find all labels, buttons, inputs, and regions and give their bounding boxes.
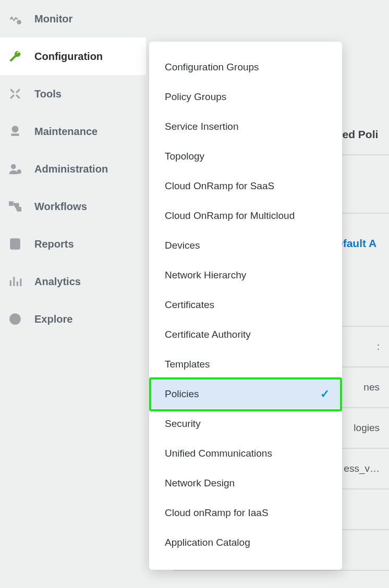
wrench-icon <box>7 48 23 64</box>
submenu-topology[interactable]: Topology <box>149 141 342 171</box>
monitor-icon <box>7 11 23 27</box>
submenu-label: Templates <box>165 359 210 370</box>
page-heading-partial: zed Poli <box>337 128 378 141</box>
submenu-label: Network Hierarchy <box>165 270 246 281</box>
submenu-cloud-onramp-saas[interactable]: Cloud OnRamp for SaaS <box>149 171 342 201</box>
cell-text: ess_v… <box>344 463 389 474</box>
nav-label: Reports <box>34 238 74 250</box>
submenu-cloud-onramp-multicloud[interactable]: Cloud OnRamp for Multicloud <box>149 201 342 230</box>
svg-point-3 <box>11 164 16 169</box>
svg-rect-5 <box>9 202 13 205</box>
submenu-devices[interactable]: Devices <box>149 230 342 260</box>
submenu-cloud-onramp-iaas[interactable]: Cloud onRamp for IaaS <box>149 498 342 528</box>
nav-configuration[interactable]: Configuration <box>0 38 146 75</box>
svg-point-2 <box>14 128 16 130</box>
nav-label: Monitor <box>34 13 72 25</box>
compass-icon <box>7 311 23 327</box>
submenu-service-insertion[interactable]: Service Insertion <box>149 112 342 141</box>
nav-workflows[interactable]: Workflows <box>0 188 146 225</box>
sidebar: Monitor Configuration Tools Maintenance … <box>0 0 146 588</box>
submenu-label: Application Catalog <box>165 537 250 548</box>
submenu-certificate-authority[interactable]: Certificate Authority <box>149 320 342 349</box>
submenu-label: Topology <box>165 151 204 162</box>
submenu-unified-communications[interactable]: Unified Communications <box>149 438 342 468</box>
svg-point-4 <box>17 170 21 174</box>
nav-label: Analytics <box>34 276 81 288</box>
submenu-label: Policies <box>165 388 199 400</box>
nav-analytics[interactable]: Analytics <box>0 263 146 300</box>
submenu-label: Cloud OnRamp for SaaS <box>165 180 274 192</box>
submenu-label: Cloud onRamp for IaaS <box>165 507 269 519</box>
nav-label: Tools <box>34 88 62 100</box>
nav-monitor[interactable]: Monitor <box>0 0 146 38</box>
submenu-application-catalog[interactable]: Application Catalog <box>149 528 342 557</box>
submenu-label: Devices <box>165 240 200 251</box>
link-partial[interactable]: efault A <box>337 237 376 250</box>
submenu-label: Certificates <box>165 299 214 311</box>
nav-label: Administration <box>34 163 108 175</box>
tools-icon <box>7 86 23 102</box>
maintenance-icon <box>7 124 23 139</box>
nav-label: Workflows <box>34 201 87 213</box>
analytics-icon <box>7 274 23 289</box>
submenu-network-design[interactable]: Network Design <box>149 468 342 498</box>
submenu-label: Network Design <box>165 477 235 489</box>
reports-icon <box>7 236 23 252</box>
nav-explore[interactable]: Explore <box>0 300 146 338</box>
nav-label: Maintenance <box>34 126 98 138</box>
submenu-label: Configuration Groups <box>165 62 259 73</box>
svg-point-0 <box>17 20 21 24</box>
submenu-label: Certificate Authority <box>165 329 251 340</box>
nav-administration[interactable]: Administration <box>0 150 146 188</box>
divider <box>339 213 389 214</box>
submenu-security[interactable]: Security <box>149 409 342 438</box>
nav-reports[interactable]: Reports <box>0 225 146 263</box>
cell-text: logies <box>354 422 389 434</box>
submenu-policies[interactable]: Policies ✓ <box>149 379 342 409</box>
configuration-submenu: Configuration Groups Policy Groups Servi… <box>149 42 342 570</box>
check-icon: ✓ <box>320 387 330 401</box>
submenu-certificates[interactable]: Certificates <box>149 290 342 320</box>
submenu-templates[interactable]: Templates <box>149 349 342 379</box>
cell-text: : <box>377 341 389 352</box>
nav-maintenance[interactable]: Maintenance <box>0 113 146 150</box>
submenu-label: Cloud OnRamp for Multicloud <box>165 210 295 222</box>
content-area: zed Poli efault A : nes logies ess_v… VI… <box>146 0 389 588</box>
cell-text: nes <box>363 382 389 393</box>
submenu-label: Service Insertion <box>165 121 239 132</box>
submenu-network-hierarchy[interactable]: Network Hierarchy <box>149 260 342 290</box>
submenu-configuration-groups[interactable]: Configuration Groups <box>149 52 342 82</box>
nav-label: Explore <box>34 313 72 325</box>
admin-icon <box>7 161 23 177</box>
workflows-icon <box>7 199 23 214</box>
nav-label: Configuration <box>34 51 103 63</box>
nav-tools[interactable]: Tools <box>0 75 146 113</box>
submenu-label: Security <box>165 418 201 430</box>
submenu-label: Unified Communications <box>165 448 272 459</box>
submenu-policy-groups[interactable]: Policy Groups <box>149 82 342 112</box>
submenu-label: Policy Groups <box>165 91 226 103</box>
